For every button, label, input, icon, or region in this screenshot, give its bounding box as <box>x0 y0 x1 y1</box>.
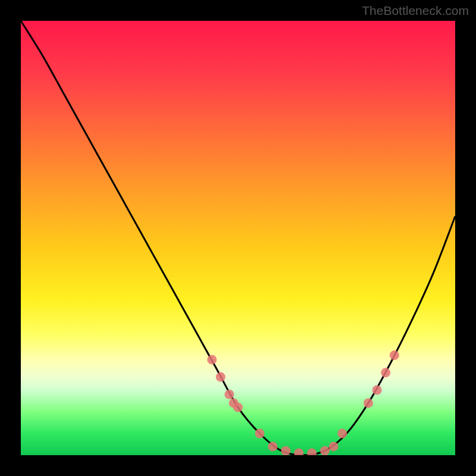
data-point <box>320 446 330 455</box>
data-point <box>268 441 277 451</box>
data-point <box>224 390 234 399</box>
data-point <box>281 446 290 455</box>
data-point <box>207 355 217 364</box>
watermark-text: TheBottleneck.com <box>362 4 469 18</box>
data-point <box>329 441 339 451</box>
curve-svg <box>21 21 455 455</box>
data-point <box>216 372 226 382</box>
marker-group <box>207 350 399 455</box>
chart-container: TheBottleneck.com <box>0 0 476 476</box>
data-point <box>381 368 390 377</box>
data-point <box>307 448 317 455</box>
data-point <box>294 448 303 455</box>
data-point <box>233 403 243 412</box>
data-point <box>337 429 347 439</box>
plot-area <box>21 21 455 455</box>
data-point <box>255 429 265 439</box>
data-point <box>390 350 399 360</box>
data-point <box>364 398 373 408</box>
bottleneck-curve <box>21 21 455 455</box>
data-point <box>372 386 382 395</box>
